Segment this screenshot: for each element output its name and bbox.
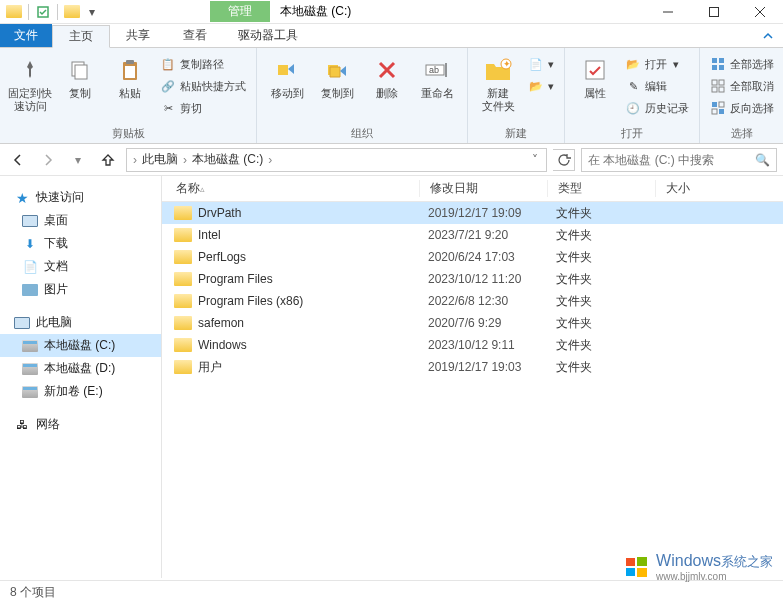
recent-dropdown[interactable]: ▾	[66, 148, 90, 172]
tree-pictures[interactable]: 图片	[0, 278, 161, 301]
qat-dropdown-icon[interactable]: ▾	[84, 4, 100, 20]
svg-rect-28	[712, 109, 717, 114]
tree-drive-c[interactable]: 本地磁盘 (C:)	[0, 334, 161, 357]
history-button[interactable]: 🕘历史记录	[623, 98, 691, 118]
status-text: 8 个项目	[10, 584, 56, 601]
shortcut-icon: 🔗	[160, 78, 176, 94]
ribbon-group-clipboard: 固定到快 速访问 复制 粘贴 📋复制路径 🔗粘贴快捷方式 ✂剪切 剪贴板	[0, 48, 257, 143]
invert-icon	[710, 100, 726, 116]
copyto-icon	[323, 56, 351, 84]
maximize-button[interactable]	[691, 0, 737, 24]
file-name: Windows	[198, 338, 418, 352]
file-name: Program Files	[198, 272, 418, 286]
tree-drive-d[interactable]: 本地磁盘 (D:)	[0, 357, 161, 380]
tree-thispc[interactable]: 此电脑	[0, 311, 161, 334]
open-button[interactable]: 📂打开▾	[623, 54, 691, 74]
select-none-button[interactable]: 全部取消	[708, 76, 776, 96]
newitem-icon: 📄	[528, 56, 544, 72]
forward-button[interactable]	[36, 148, 60, 172]
file-row[interactable]: 用户2019/12/17 19:03文件夹	[162, 356, 783, 378]
svg-rect-23	[719, 80, 724, 85]
col-type[interactable]: 类型	[548, 180, 656, 197]
search-box[interactable]: 🔍	[581, 148, 777, 172]
scissors-icon: ✂	[160, 100, 176, 116]
copy-button[interactable]: 复制	[58, 52, 102, 100]
cut-button[interactable]: ✂剪切	[158, 98, 248, 118]
qat-newfolder-icon[interactable]	[64, 5, 80, 18]
tree-drive-e[interactable]: 新加卷 (E:)	[0, 380, 161, 403]
file-row[interactable]: DrvPath2019/12/17 19:09文件夹	[162, 202, 783, 224]
svg-rect-27	[719, 102, 724, 107]
file-date: 2023/10/12 9:11	[418, 338, 546, 352]
folder-icon	[174, 360, 192, 374]
close-button[interactable]	[737, 0, 783, 24]
easy-access-button[interactable]: 📂▾	[526, 76, 556, 96]
properties-button[interactable]: 属性	[573, 52, 617, 100]
new-folder-button[interactable]: ✦ 新建 文件夹	[476, 52, 520, 113]
qat-properties-icon[interactable]	[35, 4, 51, 20]
file-date: 2019/12/17 19:03	[418, 360, 546, 374]
file-row[interactable]: Program Files (x86)2022/6/8 12:30文件夹	[162, 290, 783, 312]
file-row[interactable]: Windows2023/10/12 9:11文件夹	[162, 334, 783, 356]
watermark: Windows系统之家 www.bjjmlv.com	[624, 552, 773, 582]
col-size[interactable]: 大小	[656, 180, 726, 197]
document-icon: 📄	[22, 260, 38, 274]
search-input[interactable]	[588, 153, 755, 167]
file-row[interactable]: Program Files2023/10/12 11:20文件夹	[162, 268, 783, 290]
pin-quickaccess-button[interactable]: 固定到快 速访问	[8, 52, 52, 113]
properties-icon	[581, 56, 609, 84]
up-button[interactable]	[96, 148, 120, 172]
nav-tree: ★快速访问 桌面 ⬇下载 📄文档 图片 此电脑 本地磁盘 (C:) 本地磁盘 (…	[0, 176, 162, 578]
file-row[interactable]: Intel2023/7/21 9:20文件夹	[162, 224, 783, 246]
group-label-organize: 组织	[265, 124, 459, 141]
delete-button[interactable]: 删除	[365, 52, 409, 100]
network-icon: 🖧	[14, 418, 30, 432]
invert-selection-button[interactable]: 反向选择	[708, 98, 776, 118]
file-row[interactable]: safemon2020/7/6 9:29文件夹	[162, 312, 783, 334]
copy-to-button[interactable]: 复制到	[315, 52, 359, 100]
tree-network[interactable]: 🖧网络	[0, 413, 161, 436]
address-bar[interactable]: › 此电脑 › 本地磁盘 (C:) › ˅	[126, 148, 547, 172]
column-headers: 名称▵ 修改日期 类型 大小	[162, 176, 783, 202]
col-name[interactable]: 名称▵	[162, 180, 420, 197]
tree-quickaccess[interactable]: ★快速访问	[0, 186, 161, 209]
drive-icon	[22, 362, 38, 376]
ribbon-collapse-button[interactable]	[753, 24, 783, 47]
tab-file[interactable]: 文件	[0, 24, 52, 47]
minimize-button[interactable]	[645, 0, 691, 24]
svg-rect-30	[626, 558, 635, 566]
contextual-tab-manage[interactable]: 管理	[210, 1, 270, 22]
tree-downloads[interactable]: ⬇下载	[0, 232, 161, 255]
tab-home[interactable]: 主页	[52, 25, 110, 48]
file-type: 文件夹	[546, 249, 654, 266]
back-button[interactable]	[6, 148, 30, 172]
crumb-drive[interactable]: 本地磁盘 (C:)	[189, 151, 266, 168]
file-row[interactable]: PerfLogs2020/6/24 17:03文件夹	[162, 246, 783, 268]
tab-view[interactable]: 查看	[167, 24, 224, 47]
svg-rect-26	[712, 102, 717, 107]
col-date[interactable]: 修改日期	[420, 180, 548, 197]
move-to-button[interactable]: 移动到	[265, 52, 309, 100]
address-dropdown[interactable]: ˅	[528, 153, 542, 167]
paste-button[interactable]: 粘贴	[108, 52, 152, 100]
new-item-button[interactable]: 📄▾	[526, 54, 556, 74]
file-type: 文件夹	[546, 271, 654, 288]
copy-path-button[interactable]: 📋复制路径	[158, 54, 248, 74]
star-icon: ★	[14, 191, 30, 205]
select-all-button[interactable]: 全部选择	[708, 54, 776, 74]
edit-button[interactable]: ✎编辑	[623, 76, 691, 96]
ribbon-group-open: 属性 📂打开▾ ✎编辑 🕘历史记录 打开	[565, 48, 700, 143]
pc-icon	[14, 316, 30, 330]
paste-shortcut-button[interactable]: 🔗粘贴快捷方式	[158, 76, 248, 96]
desktop-icon	[22, 214, 38, 228]
tab-share[interactable]: 共享	[110, 24, 167, 47]
tab-drive-tools[interactable]: 驱动器工具	[224, 24, 312, 47]
rename-button[interactable]: ab 重命名	[415, 52, 459, 100]
file-date: 2019/12/17 19:09	[418, 206, 546, 220]
file-type: 文件夹	[546, 293, 654, 310]
refresh-button[interactable]	[553, 149, 575, 171]
tree-documents[interactable]: 📄文档	[0, 255, 161, 278]
search-icon: 🔍	[755, 153, 770, 167]
tree-desktop[interactable]: 桌面	[0, 209, 161, 232]
crumb-thispc[interactable]: 此电脑	[139, 151, 181, 168]
